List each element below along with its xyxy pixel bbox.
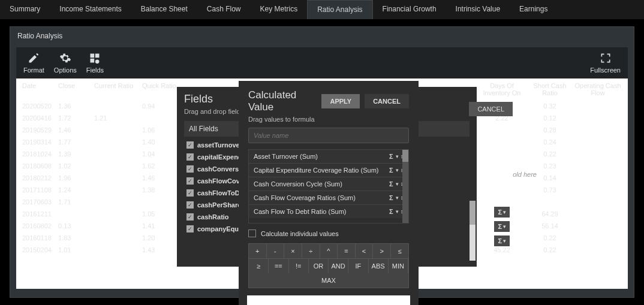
tab-earnings[interactable]: Earnings bbox=[510, 0, 557, 19]
calc-value-label: Cash Conversion Cycle (Sum) bbox=[254, 180, 342, 188]
field-label: cashPerShare bbox=[197, 201, 241, 209]
top-tabs: Summary Income Statements Balance Sheet … bbox=[0, 0, 644, 19]
sigma-toggle[interactable]: Σ▾ bbox=[494, 207, 510, 218]
operator-button[interactable]: ≥ bbox=[249, 259, 269, 273]
field-label: cashFlowCove bbox=[197, 177, 243, 185]
calc-scrollbar[interactable] bbox=[402, 150, 408, 223]
panel-title: Ratio Analysis bbox=[10, 27, 634, 45]
operator-button[interactable]: OR bbox=[309, 259, 329, 273]
checkbox-icon[interactable] bbox=[248, 229, 256, 237]
calc-value-row[interactable]: Cash Conversion Cycle (Sum)Σ▾≡ bbox=[249, 177, 408, 191]
fields-button[interactable]: Fields bbox=[86, 52, 104, 74]
calc-subtitle: Drag values to formula bbox=[248, 116, 409, 123]
col-operating-cash-flow: Operating Cash Flow bbox=[574, 82, 622, 96]
tab-balance-sheet[interactable]: Balance Sheet bbox=[131, 0, 197, 19]
tab-financial-growth[interactable]: Financial Growth bbox=[373, 0, 446, 19]
operator-button[interactable]: ^ bbox=[320, 244, 338, 258]
value-name-input[interactable] bbox=[248, 128, 409, 143]
options-label: Options bbox=[54, 67, 77, 74]
sigma-toggle[interactable]: Σ▾ bbox=[494, 235, 510, 246]
fields-scrollbar[interactable] bbox=[470, 201, 476, 261]
sigma-icon[interactable]: Σ bbox=[389, 180, 393, 188]
checkbox-icon[interactable]: ✓ bbox=[186, 141, 194, 149]
tab-cash-flow[interactable]: Cash Flow bbox=[197, 0, 251, 19]
checkbox-icon[interactable]: ✓ bbox=[186, 177, 194, 185]
checkbox-icon[interactable]: ✓ bbox=[186, 165, 194, 173]
col-date: Date bbox=[22, 82, 58, 96]
operator-button[interactable]: - bbox=[267, 244, 285, 258]
field-label: companyEquit bbox=[197, 225, 243, 232]
sigma-toggle[interactable]: Σ▾ bbox=[494, 221, 510, 232]
calc-individual-label: Calculate individual values bbox=[261, 230, 339, 237]
operator-button[interactable]: AND bbox=[329, 259, 348, 273]
calc-value-label: Asset Turnover (Sum) bbox=[254, 153, 318, 160]
pivot-toolbar: Format Options Fields Fullscreen bbox=[16, 47, 628, 78]
tab-key-metrics[interactable]: Key Metrics bbox=[250, 0, 307, 19]
operator-button[interactable]: > bbox=[373, 244, 391, 258]
checkbox-icon[interactable]: ✓ bbox=[186, 189, 194, 197]
fields-drop-hint: old here bbox=[513, 171, 537, 178]
fullscreen-label: Fullscreen bbox=[590, 67, 621, 74]
operator-button[interactable]: ÷ bbox=[302, 244, 320, 258]
operator-button[interactable]: != bbox=[289, 259, 309, 273]
calc-value-row[interactable]: Cash Flow Coverage Ratios (Sum)Σ▾≡ bbox=[249, 191, 408, 205]
sigma-icon[interactable]: Σ bbox=[389, 194, 393, 201]
operator-button[interactable]: MIN bbox=[389, 259, 408, 273]
col-short-cash-ratio: Short Cash Ratio bbox=[526, 82, 574, 96]
calc-value-label: Cash Flow Coverage Ratios (Sum) bbox=[254, 194, 356, 201]
fields-label: Fields bbox=[86, 67, 104, 74]
calc-value-row[interactable]: Capital Expenditure Coverage Ratio (Sum)… bbox=[249, 164, 408, 177]
operator-button[interactable]: IF bbox=[348, 259, 368, 273]
operator-button[interactable]: ABS bbox=[369, 259, 389, 273]
calc-value-label: Cash Flow To Debt Ratio (Sum) bbox=[254, 208, 346, 215]
col-days-inventory: Days Of Inventory On bbox=[478, 82, 526, 96]
fields-cancel-button[interactable]: CANCEL bbox=[469, 102, 513, 116]
formula-editor[interactable]: Drop values and edit formula here bbox=[247, 295, 410, 305]
chevron-down-icon[interactable]: ▾ bbox=[396, 195, 399, 201]
gear-icon bbox=[59, 52, 71, 64]
operator-button[interactable]: == bbox=[269, 259, 288, 273]
col-close: Close bbox=[58, 82, 94, 96]
field-label: assetTurnover bbox=[197, 141, 242, 149]
operator-button[interactable]: ≤ bbox=[391, 244, 408, 258]
chevron-down-icon[interactable]: ▾ bbox=[396, 167, 399, 173]
fields-icon bbox=[89, 52, 101, 64]
sigma-icon[interactable]: Σ bbox=[389, 153, 393, 160]
operator-button[interactable]: MAX bbox=[249, 273, 408, 288]
operator-button[interactable]: < bbox=[356, 244, 374, 258]
apply-button[interactable]: APPLY bbox=[321, 94, 360, 108]
calc-values-list: Asset Turnover (Sum)Σ▾≡Capital Expenditu… bbox=[248, 149, 409, 224]
operator-button[interactable]: = bbox=[338, 244, 356, 258]
fields-scroll-thumb[interactable] bbox=[470, 201, 476, 225]
field-label: capitalExpend bbox=[197, 153, 242, 161]
fullscreen-button[interactable]: Fullscreen bbox=[590, 52, 621, 74]
calc-value-row[interactable]: Asset Turnover (Sum)Σ▾≡ bbox=[249, 150, 408, 164]
operator-row-1: +-×÷^=<>≤ bbox=[248, 243, 409, 259]
sigma-icon[interactable]: Σ bbox=[389, 167, 393, 174]
sigma-icon[interactable]: Σ bbox=[389, 208, 393, 215]
chevron-down-icon[interactable]: ▾ bbox=[396, 153, 399, 159]
operator-button[interactable]: + bbox=[249, 244, 267, 258]
checkbox-icon[interactable]: ✓ bbox=[186, 213, 194, 221]
checkbox-icon[interactable]: ✓ bbox=[186, 153, 194, 161]
chevron-down-icon[interactable]: ▾ bbox=[396, 181, 399, 187]
calc-individual-checkbox[interactable]: Calculate individual values bbox=[248, 229, 409, 237]
sigma-column: Σ▾ Σ▾ Σ▾ bbox=[494, 207, 510, 246]
calc-value-row[interactable]: Cash Flow To Debt Ratio (Sum)Σ▾≡ bbox=[249, 205, 408, 218]
calc-scroll-thumb[interactable] bbox=[402, 150, 408, 162]
tab-summary[interactable]: Summary bbox=[0, 0, 50, 19]
calc-title: Calculated Value bbox=[248, 89, 321, 113]
col-current-ratio: Current Ratio bbox=[94, 82, 142, 96]
tab-income-statements[interactable]: Income Statements bbox=[50, 0, 131, 19]
operator-button[interactable]: × bbox=[284, 244, 302, 258]
format-button[interactable]: Format bbox=[23, 52, 44, 74]
calc-value-label: Capital Expenditure Coverage Ratio (Sum) bbox=[254, 167, 379, 174]
tab-ratio-analysis[interactable]: Ratio Analysis bbox=[307, 0, 372, 19]
fullscreen-icon bbox=[600, 52, 612, 64]
tab-intrinsic-value[interactable]: Intrinsic Value bbox=[446, 0, 510, 19]
options-button[interactable]: Options bbox=[54, 52, 77, 74]
checkbox-icon[interactable]: ✓ bbox=[186, 201, 194, 209]
checkbox-icon[interactable]: ✓ bbox=[186, 225, 194, 232]
cancel-button[interactable]: CANCEL bbox=[365, 94, 409, 108]
chevron-down-icon[interactable]: ▾ bbox=[396, 209, 399, 215]
